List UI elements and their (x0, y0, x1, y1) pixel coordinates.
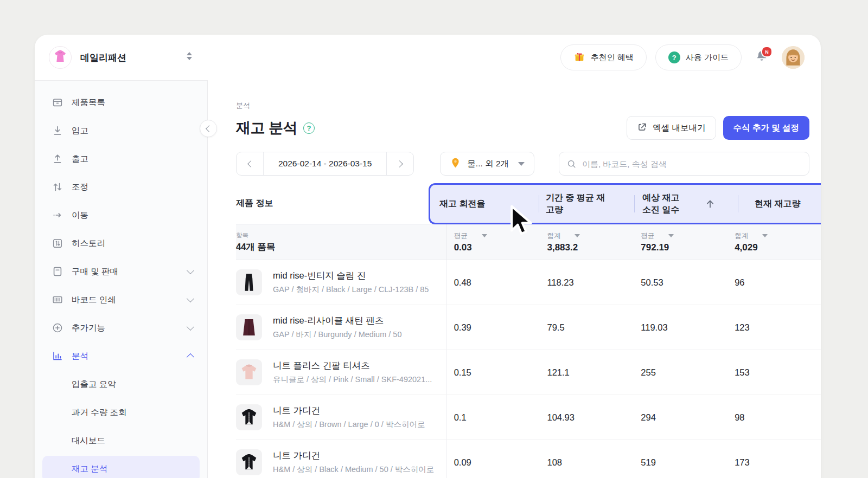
items-label: 항목 (236, 231, 446, 240)
metric-value: 153 (727, 350, 821, 395)
summary-stat-days: 평균 792.19 (633, 224, 727, 260)
page-title: 재고 분석 (236, 118, 297, 138)
agg-dropdown-icon[interactable] (575, 234, 580, 237)
plus-circle-icon (51, 321, 64, 334)
metric-value: 0.39 (446, 305, 540, 350)
metric-value: 0.1 (446, 395, 540, 440)
question-circle-icon: ? (668, 51, 680, 63)
metric-value: 104.93 (539, 395, 633, 440)
prev-period-button[interactable] (237, 152, 264, 175)
product-attributes: H&M / 상의 / Brown / Large / 0 / 박스히어로 (273, 419, 425, 430)
search-icon (566, 159, 577, 171)
metric-value: 294 (633, 395, 727, 440)
metric-value: 96 (727, 260, 821, 305)
sidebar-item-extras[interactable]: 추가기능 (35, 314, 207, 342)
sidebar-item-move[interactable]: 이동 (35, 201, 207, 229)
sidebar-subitem-io-summary[interactable]: 입출고 요약 (35, 370, 207, 398)
workspace-logo[interactable] (49, 46, 72, 69)
sidebar-item-inbound[interactable]: 입고 (35, 117, 207, 145)
metric-value: 255 (633, 350, 727, 395)
chevron-down-icon (187, 267, 194, 274)
table-row[interactable]: 니트 플리스 긴팔 티셔츠유니클로 / 상의 / Pink / Small / … (236, 350, 821, 395)
excel-export-button[interactable]: 엑셀 내보내기 (627, 116, 716, 140)
search-input[interactable] (559, 152, 809, 176)
blouse-icon (52, 48, 68, 67)
product-cell: mid rise-빈티지 슬림 진GAP / 청바지 / Black / Lar… (236, 260, 446, 305)
product-name: 니트 가디건 (273, 405, 425, 417)
table-row[interactable]: mid rise-리사이클 새틴 팬츠GAP / 바지 / Burgundy /… (236, 305, 821, 350)
sidebar: 제품목록 입고 출고 조정 이동 (35, 80, 208, 478)
help-icon[interactable]: ? (303, 122, 315, 134)
metric-value: 519 (633, 440, 727, 478)
sidebar-item-analysis[interactable]: 분석 (35, 342, 207, 370)
agg-dropdown-icon[interactable] (482, 234, 487, 237)
product-thumbnail (236, 449, 262, 475)
search-box (559, 152, 809, 176)
inventory-table: 제품 정보 재고 회전율 기간 중 평균 재고량 예상 재고 소진 일수 (236, 183, 821, 478)
sidebar-subitem-inventory-analysis[interactable]: 재고 분석 (42, 456, 200, 478)
sidebar-item-outbound[interactable]: 출고 (35, 145, 207, 173)
metric-value: 98 (727, 395, 821, 440)
breadcrumb: 분석 (236, 101, 821, 111)
workspace-switcher-icon[interactable] (187, 52, 192, 60)
metric-value: 119.03 (633, 305, 727, 350)
summary-stat-current: 합계 4,029 (727, 224, 821, 260)
metric-value: 0.09 (446, 440, 540, 478)
product-attributes: GAP / 청바지 / Black / Large / CLJ-123B / 8… (273, 285, 429, 295)
user-avatar[interactable] (782, 46, 805, 69)
user-guide-button[interactable]: ? 사용 가이드 (655, 44, 742, 70)
product-attributes: 유니클로 / 상의 / Pink / Small / SKF-492021... (273, 374, 432, 385)
metric-value: 123 (727, 305, 821, 350)
chevron-down-icon (187, 323, 194, 331)
product-name: 니트 가디건 (273, 450, 434, 462)
table-row[interactable]: 니트 가디건H&M / 상의 / Black / Medium / 50 / 박… (236, 440, 821, 478)
product-thumbnail (236, 269, 262, 295)
items-count: 44개 품목 (236, 241, 446, 253)
column-header-avg-stock: 기간 중 평균 재고량 (539, 192, 634, 215)
product-cell: mid rise-리사이클 새틴 팬츠GAP / 바지 / Burgundy /… (236, 305, 446, 350)
chevron-down-icon (518, 162, 525, 166)
metric-value: 108 (539, 440, 633, 478)
workspace-name: 데일리패션 (80, 51, 126, 64)
sidebar-subitem-dashboard[interactable]: 대시보드 (35, 427, 207, 455)
product-attributes: H&M / 상의 / Black / Medium / 50 / 박스히어로 (273, 464, 434, 475)
location-pin-icon (450, 157, 461, 171)
selected-metric-columns[interactable]: 재고 회전율 기간 중 평균 재고량 예상 재고 소진 일수 현재 재고량 (429, 183, 821, 224)
sort-ascending-icon[interactable] (704, 198, 716, 210)
barcode-icon (51, 293, 64, 306)
table-row[interactable]: mid rise-빈티지 슬림 진GAP / 청바지 / Black / Lar… (236, 260, 821, 305)
metric-value: 79.5 (539, 305, 633, 350)
metric-value: 173 (727, 440, 821, 478)
sidebar-item-history[interactable]: 히스토리 (35, 229, 207, 257)
product-name: 니트 플리스 긴팔 티셔츠 (273, 360, 432, 372)
sidebar-item-adjust[interactable]: 조정 (35, 173, 207, 201)
metric-value: 121.1 (539, 350, 633, 395)
date-range-value[interactable]: 2026-02-14 - 2026-03-15 (264, 152, 386, 175)
summary-stat-turnover: 평균 0.03 (446, 224, 540, 260)
table-row[interactable]: 니트 가디건H&M / 상의 / Brown / Large / 0 / 박스히… (236, 395, 821, 440)
product-name: mid rise-리사이클 새틴 팬츠 (273, 315, 401, 327)
location-filter-dropdown[interactable]: 물... 외 2개 (440, 152, 534, 176)
user-guide-label: 사용 가이드 (686, 53, 729, 63)
gift-icon (573, 51, 585, 64)
app-card: 데일리패션 추천인 혜택 ? 사용 가이드 (35, 35, 821, 478)
history-icon (51, 237, 64, 250)
sidebar-item-products[interactable]: 제품목록 (35, 88, 207, 117)
outbound-icon (51, 152, 64, 165)
next-period-button[interactable] (386, 152, 413, 175)
referral-benefit-button[interactable]: 추천인 혜택 (560, 44, 647, 70)
agg-dropdown-icon[interactable] (668, 234, 674, 237)
chart-icon (51, 350, 64, 363)
agg-dropdown-icon[interactable] (762, 234, 768, 237)
product-thumbnail (236, 404, 262, 430)
metric-value: 50.53 (633, 260, 727, 305)
sidebar-subitem-past-quantity[interactable]: 과거 수량 조회 (35, 398, 207, 427)
sidebar-item-trade[interactable]: 구매 및 판매 (35, 257, 207, 286)
chevron-up-icon (187, 353, 194, 361)
export-icon (637, 122, 647, 134)
adjust-icon (51, 180, 64, 193)
sidebar-collapse-button[interactable] (200, 120, 217, 137)
add-formula-button[interactable]: 수식 추가 및 설정 (723, 116, 809, 140)
sidebar-item-barcode-print[interactable]: 바코드 인쇄 (35, 286, 207, 314)
notifications-button[interactable]: N (755, 49, 769, 66)
